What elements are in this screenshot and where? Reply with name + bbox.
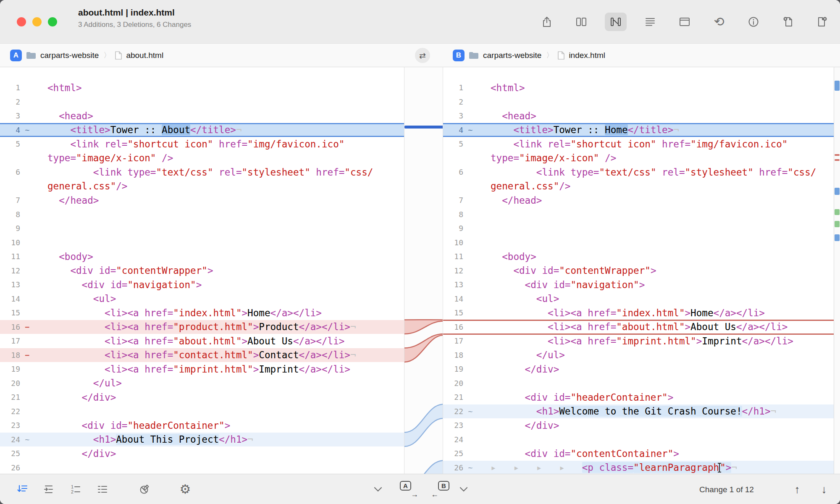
code-line[interactable]: 3 <head>	[0, 109, 404, 123]
settings-button[interactable]: ⚙	[177, 481, 194, 498]
code-line[interactable]: type="image/x-icon" />	[0, 151, 404, 165]
breadcrumb-file[interactable]: index.html	[569, 51, 605, 60]
swap-files-button[interactable]: ⇄	[415, 48, 430, 63]
code-token: Imprint	[702, 336, 742, 346]
code-line[interactable]: 18 </ul>	[443, 348, 834, 362]
code-line[interactable]: 3 <head>	[443, 109, 834, 123]
file-a-pane[interactable]: 1<html>23 <head>4~ <title>Tower :: About…	[0, 67, 404, 474]
code-line[interactable]: 10	[443, 236, 834, 250]
add-file-a-button[interactable]	[777, 13, 799, 31]
code-line[interactable]: 11 <body>	[0, 249, 404, 264]
minimize-button[interactable]	[32, 17, 42, 26]
code-line[interactable]: 14 <ul>	[443, 292, 834, 306]
share-button[interactable]	[536, 13, 558, 31]
code-line[interactable]: 13 <div id="navigation">	[443, 278, 834, 292]
titlebar: about.html | index.html 3 Additions, 3 D…	[0, 0, 840, 44]
code-line[interactable]: 23 </div>	[443, 418, 834, 433]
breadcrumb-folder[interactable]: carparts-website	[483, 51, 541, 60]
minimap[interactable]	[834, 67, 840, 474]
code-line[interactable]: 16− <li><a href="product.html">Product</…	[0, 320, 404, 334]
code-line[interactable]: 18− <li><a href="contact.html">Contact</…	[0, 348, 404, 362]
next-change-button[interactable]: ↓	[816, 481, 832, 498]
code-line[interactable]: type="image/x-icon" />	[443, 151, 834, 165]
previous-change-button[interactable]: ↑	[789, 481, 806, 498]
code-line[interactable]: general.css"/>	[443, 179, 834, 194]
unified-layout-button[interactable]	[639, 13, 661, 31]
code-token: "headerContainer"	[127, 420, 224, 431]
code-line[interactable]: 19 </div>	[443, 362, 834, 376]
close-button[interactable]	[17, 17, 26, 26]
code-line[interactable]: 26	[0, 461, 404, 474]
code-line[interactable]: 15 <li><a href="index.html">Home</a></li…	[443, 306, 834, 320]
code-line[interactable]: 4~ <title>Tower :: About</title>¬	[0, 123, 404, 137]
code-line[interactable]: 19 <li><a href="imprint.html">Imprint</a…	[0, 362, 404, 376]
code-line[interactable]: 22~ <h1>Welcome to the Git Crash Course!…	[443, 404, 834, 419]
code-line[interactable]: 25 </div>	[0, 446, 404, 461]
zoom-button[interactable]	[48, 17, 57, 26]
jump-to-change-button[interactable]	[40, 481, 57, 498]
code-line[interactable]: 7 </head>	[443, 193, 834, 207]
merge-options-a-button[interactable]	[370, 481, 386, 498]
code-line[interactable]: 14 <ul>	[0, 292, 404, 306]
show-changes-button[interactable]	[14, 481, 31, 498]
code-line[interactable]: 24	[443, 433, 834, 447]
code-line[interactable]: 6 <link type="text/css" rel="stylesheet"…	[0, 165, 404, 179]
code-line[interactable]: general.css"/>	[0, 179, 404, 194]
copy-a-to-b-button[interactable]: A →	[398, 480, 420, 498]
code-line[interactable]: 12 <div id="contentWrapper">	[0, 264, 404, 278]
code-line[interactable]: 23 <div id="headerContainer">	[0, 418, 404, 433]
code-line[interactable]: 10	[0, 236, 404, 250]
code-line[interactable]: 5 <link rel="shortcut icon" href="img/fa…	[0, 137, 404, 151]
breadcrumb-file[interactable]: about.html	[126, 51, 163, 60]
merge-options-b-button[interactable]	[455, 481, 472, 498]
code-line[interactable]: 20	[443, 376, 834, 391]
two-up-layout-button[interactable]	[570, 13, 592, 31]
code-line[interactable]: 13 <div id="navigation">	[0, 278, 404, 292]
numbered-list-button[interactable]: 12	[67, 481, 84, 498]
code-line[interactable]: 17 <li><a href="imprint.html">Imprint</a…	[443, 334, 834, 348]
code-line[interactable]: 25 <div id="contentContainer">	[443, 446, 834, 461]
code-line[interactable]: 21 <div id="headerContainer">	[443, 390, 834, 404]
code-line[interactable]: 12 <div id="contentWrapper">	[443, 264, 834, 278]
code-text: <link rel="shortcut icon" href="img/favi…	[34, 139, 344, 150]
file-a-badge: A	[10, 50, 22, 61]
code-line[interactable]: 26~▸ ▸ ▸ ▸ <p class="learnParagraph">¬	[443, 461, 834, 474]
code-line[interactable]: 22	[0, 404, 404, 419]
code-line[interactable]: 9	[0, 221, 404, 236]
code-token: general.css"	[491, 181, 559, 192]
copy-b-to-a-button[interactable]: B ←	[429, 480, 451, 498]
code-line[interactable]: 24~ <h1>About This Project</h1>¬	[0, 433, 404, 447]
code-line[interactable]: 11 <body>	[443, 249, 834, 264]
code-line[interactable]: 4~ <title>Tower :: Home</title>¬	[443, 123, 834, 137]
code-line[interactable]: 16 <li><a href="about.html">About Us</a>…	[443, 320, 834, 334]
code-token: <li><a href=	[47, 321, 173, 332]
code-line[interactable]: 8	[0, 207, 404, 222]
fluid-layout-button[interactable]	[605, 13, 627, 31]
add-file-b-button[interactable]	[811, 13, 833, 31]
code-token: Home	[605, 124, 627, 135]
code-line[interactable]: 17 <li><a href="about.html">About Us</a>…	[0, 334, 404, 348]
code-line[interactable]: 2	[0, 95, 404, 109]
path-bar: A carparts-website 〉 about.html ⇄ B carp…	[0, 44, 840, 67]
text-view-button[interactable]	[674, 13, 696, 31]
code-line[interactable]: 6 <link type="text/css" rel="stylesheet"…	[443, 165, 834, 179]
code-line[interactable]: 15 <li><a href="index.html">Home</a></li…	[0, 306, 404, 320]
list-options-button[interactable]	[94, 481, 111, 498]
code-line[interactable]: 20 </ul>	[0, 376, 404, 391]
history-button[interactable]: ⟲	[708, 13, 730, 31]
code-text: <link type="text/css" rel="stylesheet" h…	[478, 167, 816, 178]
info-button[interactable]	[743, 13, 764, 31]
code-line[interactable]: 5 <link rel="shortcut icon" href="img/fa…	[443, 137, 834, 151]
breadcrumb-folder[interactable]: carparts-website	[40, 51, 99, 60]
code-text: </div>	[478, 420, 559, 431]
read-only-indicator-button[interactable]	[136, 481, 153, 498]
code-line[interactable]: 1<html>	[443, 81, 834, 95]
file-b-pane[interactable]: 1<html>23 <head>4~ <title>Tower :: Home<…	[443, 67, 834, 474]
code-line[interactable]: 2	[443, 95, 834, 109]
code-line[interactable]: 9	[443, 221, 834, 236]
code-line[interactable]: 21 </div>	[0, 390, 404, 404]
code-line[interactable]: 7 </head>	[0, 193, 404, 207]
code-line[interactable]: 1<html>	[0, 81, 404, 95]
code-line[interactable]: 8	[443, 207, 834, 222]
code-text: <ul>	[478, 293, 559, 304]
